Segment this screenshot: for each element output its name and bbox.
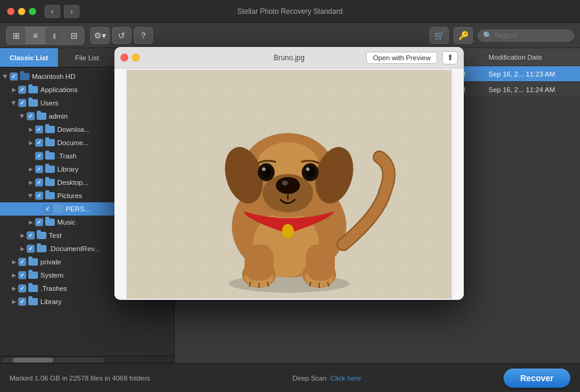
tree-checkbox[interactable] xyxy=(18,284,27,293)
cover-flow-button[interactable]: ⊟ xyxy=(64,27,84,44)
folder-icon xyxy=(45,179,55,186)
modal-title: Bruno.jpg xyxy=(273,54,304,62)
col-label-modification: Modification Date xyxy=(488,54,542,61)
expand-arrow: ▶ xyxy=(27,178,35,187)
expand-arrow: ▶ xyxy=(10,86,18,94)
toolbar-right: 🛒 🔑 🔍 xyxy=(429,27,574,44)
tree-label: .DocumentRev... xyxy=(49,245,100,252)
tree-label: Library xyxy=(57,166,78,173)
modal-actions: Open with Preview ⬆ xyxy=(366,51,458,64)
expand-arrow: ▶ xyxy=(27,125,35,134)
tree-checkbox[interactable] xyxy=(27,231,35,240)
maximize-window-button[interactable] xyxy=(29,8,36,15)
search-box[interactable]: 🔍 xyxy=(478,30,574,42)
tree-checkbox[interactable] xyxy=(35,152,43,160)
settings-button[interactable]: ⚙▾ xyxy=(90,27,110,44)
minimize-window-button[interactable] xyxy=(18,8,25,15)
modal-minimize-button[interactable] xyxy=(132,54,140,61)
deep-scan-area: Deep Scan Click here xyxy=(293,375,361,382)
modal-close-button[interactable] xyxy=(120,54,128,61)
tree-checkbox[interactable] xyxy=(18,297,27,306)
recover-icon-button[interactable]: ↺ xyxy=(112,27,131,44)
toolbar-view-controls: ⊞ ≡ ⫾ ⊟ ⚙▾ ↺ ? xyxy=(6,26,153,45)
expand-arrow: ▶ xyxy=(10,99,18,107)
tree-checkbox[interactable] xyxy=(35,125,43,134)
folder-icon xyxy=(37,232,46,239)
search-input[interactable] xyxy=(494,31,567,40)
folder-icon xyxy=(45,126,55,133)
tree-checkbox[interactable] xyxy=(35,138,43,147)
tab-classic-list[interactable]: Classic List xyxy=(0,48,58,67)
status-bar: Marked 1.06 GB in 22578 files in 4068 fo… xyxy=(0,363,580,392)
nav-buttons: ‹ › xyxy=(45,5,80,18)
tree-checkbox[interactable] xyxy=(18,86,27,94)
col-header-modification[interactable]: Modification Date xyxy=(484,54,580,61)
svg-point-13 xyxy=(282,181,288,185)
cart-button[interactable]: 🛒 xyxy=(429,27,449,44)
tree-checkbox[interactable] xyxy=(18,258,27,266)
app-title: Stellar Photo Recovery Standard xyxy=(237,7,343,16)
expand-arrow: ▶ xyxy=(10,271,18,279)
tree-checkbox[interactable] xyxy=(10,72,18,81)
folder-icon xyxy=(28,298,38,305)
back-button[interactable]: ‹ xyxy=(45,5,60,18)
expand-arrow: ▶ xyxy=(18,231,27,240)
open-with-preview-button[interactable]: Open with Preview xyxy=(366,52,437,64)
forward-button[interactable]: › xyxy=(64,5,80,18)
expand-arrow: ▶ xyxy=(27,218,35,226)
sidebar-scrollbar-area xyxy=(0,356,174,363)
expand-arrow: ▶ xyxy=(18,112,27,120)
folder-icon xyxy=(28,99,38,107)
recover-button[interactable]: Recover xyxy=(504,369,570,388)
folder-icon xyxy=(45,139,55,146)
tree-checkbox[interactable] xyxy=(43,205,52,213)
tree-checkbox[interactable] xyxy=(27,244,35,253)
tree-checkbox[interactable] xyxy=(35,165,43,173)
tree-label: Pictures xyxy=(57,192,83,199)
svg-point-19 xyxy=(306,167,310,171)
list-view-button[interactable]: ≡ xyxy=(26,27,45,44)
key-button[interactable]: 🔑 xyxy=(454,27,473,44)
tree-label: System xyxy=(40,272,63,279)
click-here-link[interactable]: Click here xyxy=(330,375,361,382)
tree-label: Applications xyxy=(40,86,78,93)
tree-checkbox[interactable] xyxy=(35,178,43,187)
tree-checkbox[interactable] xyxy=(35,218,43,226)
deep-scan-label: Deep Scan xyxy=(293,375,327,382)
help-button[interactable]: ? xyxy=(134,27,153,44)
horizontal-scrollbar[interactable] xyxy=(2,358,104,362)
expand-arrow: ▶ xyxy=(27,191,35,200)
expand-arrow: ▶ xyxy=(10,297,18,306)
tree-checkbox[interactable] xyxy=(18,271,27,279)
tree-label: .Trash xyxy=(57,152,76,160)
tree-label: Downloa... xyxy=(57,126,90,133)
folder-icon xyxy=(20,73,30,80)
search-icon: 🔍 xyxy=(483,31,492,40)
expand-arrow: ▶ xyxy=(27,165,35,173)
tab-file-list[interactable]: File List xyxy=(58,48,117,67)
folder-icon xyxy=(45,152,55,160)
folder-icon xyxy=(28,285,38,292)
share-button[interactable]: ⬆ xyxy=(442,51,458,64)
cell-modification: Sep 16, 2... 11:23 AM xyxy=(484,70,580,78)
grid-view-button[interactable]: ⊞ xyxy=(7,27,26,44)
tree-checkbox[interactable] xyxy=(18,99,27,107)
expand-arrow: ▶ xyxy=(1,72,10,81)
modal-titlebar: Bruno.jpg Open with Preview ⬆ xyxy=(114,47,464,69)
tree-checkbox[interactable] xyxy=(35,191,43,200)
svg-rect-26 xyxy=(306,244,335,281)
folder-icon xyxy=(37,113,46,120)
folder-icon xyxy=(37,245,46,252)
cell-modification: Sep 16, 2... 11:24 AM xyxy=(484,86,580,93)
tree-label: Music xyxy=(57,219,75,226)
tree-label: PERS... xyxy=(66,205,90,213)
svg-rect-25 xyxy=(245,244,273,281)
title-bar: ‹ › Stellar Photo Recovery Standard xyxy=(0,0,580,23)
svg-point-27 xyxy=(282,224,294,238)
close-window-button[interactable] xyxy=(7,8,14,15)
preview-image-area xyxy=(114,69,464,300)
folder-icon xyxy=(45,192,55,199)
folder-icon xyxy=(45,219,55,226)
column-view-button[interactable]: ⫾ xyxy=(45,27,64,44)
tree-checkbox[interactable] xyxy=(27,112,35,120)
